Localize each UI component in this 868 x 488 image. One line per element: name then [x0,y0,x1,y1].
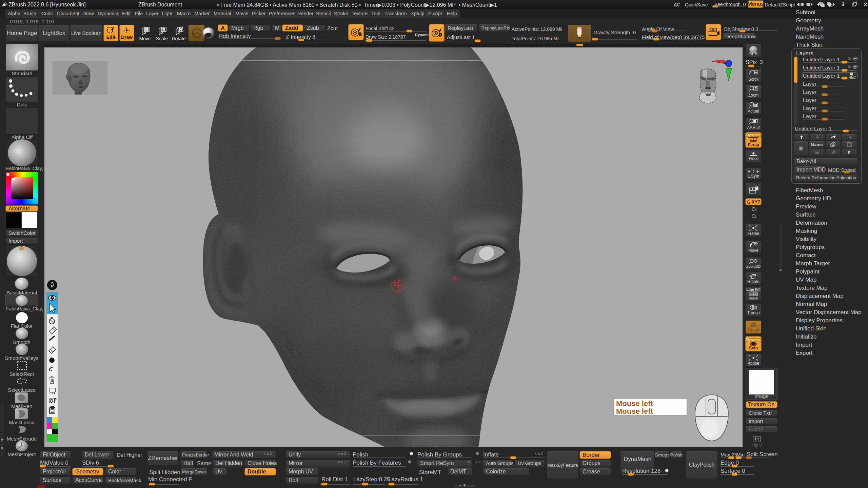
svg-text:Z: Z [754,215,756,218]
svg-text:S: S [162,27,165,31]
svg-text:Y: Y [754,208,756,211]
svg-text:M: M [145,27,148,31]
svg-text:x1: x1 [754,104,757,107]
svg-text:R: R [179,27,182,31]
svg-text:D: D [439,33,442,37]
svg-text:S: S [359,32,361,37]
